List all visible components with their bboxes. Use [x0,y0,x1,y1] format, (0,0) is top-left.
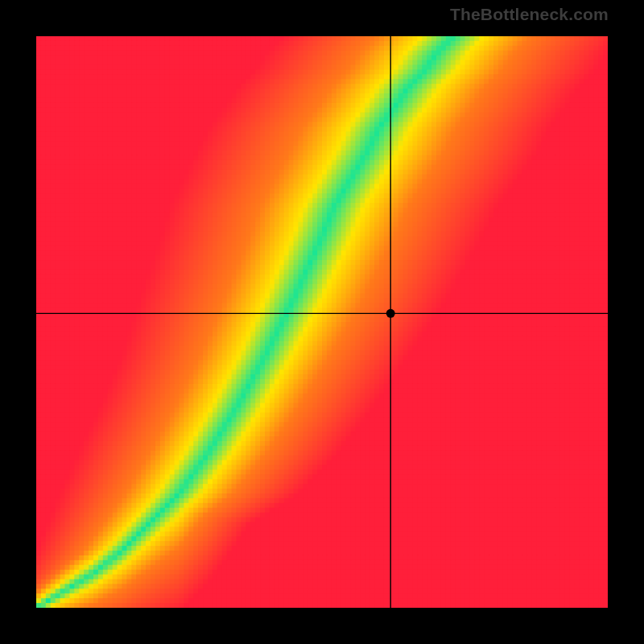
chart-frame: TheBottleneck.com [0,0,644,644]
watermark-text: TheBottleneck.com [450,5,609,24]
plot-area [36,36,608,608]
bottleneck-heatmap [36,36,608,608]
